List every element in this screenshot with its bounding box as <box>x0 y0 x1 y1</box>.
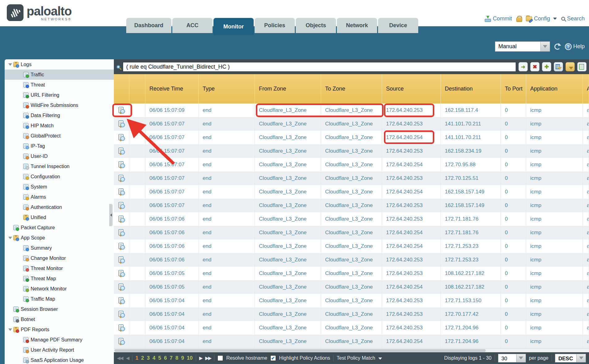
sidebar-item-session-browser[interactable]: Session Browser <box>5 304 114 314</box>
page-number-4[interactable]: 4 <box>153 355 155 361</box>
page-size-dropdown-button[interactable] <box>516 354 526 362</box>
log-detail-icon[interactable] <box>118 121 125 127</box>
apply-filter-icon[interactable]: ➜ <box>518 62 528 71</box>
sidebar-item-network-monitor[interactable]: Network Monitor <box>5 284 114 294</box>
sidebar-item-user-id[interactable]: User-ID <box>5 151 114 161</box>
table-row[interactable]: 06/06 15:07:06endCloudflare_L3_ZoneCloud… <box>114 239 589 253</box>
commit-button[interactable]: Commit <box>484 15 512 22</box>
scrollbar-thumb[interactable] <box>114 349 486 352</box>
table-row[interactable]: 06/06 15:07:05endCloudflare_L3_ZoneCloud… <box>114 280 589 294</box>
load-filter-icon[interactable] <box>565 62 575 71</box>
table-row[interactable]: 06/06 15:07:07endCloudflare_L3_ZoneCloud… <box>114 185 589 199</box>
column-header-a[interactable]: A <box>583 74 589 104</box>
export-icon[interactable] <box>577 62 587 71</box>
sidebar-item-wildfire[interactable]: WildFire Submissions <box>5 100 114 110</box>
table-row[interactable]: 06/06 15:07:04endCloudflare_L3_ZoneCloud… <box>114 335 589 348</box>
log-detail-icon[interactable] <box>118 324 125 331</box>
log-detail-icon[interactable] <box>118 243 125 250</box>
clear-filter-icon[interactable]: ✖ <box>530 62 540 71</box>
tab-monitor[interactable]: Monitor <box>213 18 254 35</box>
page-number-3[interactable]: 3 <box>147 355 150 361</box>
tree-expander-icon[interactable] <box>7 237 13 239</box>
prev-page-button[interactable]: ◀ <box>126 355 129 361</box>
sidebar-item-traffic-map[interactable]: Traffic Map <box>5 294 114 304</box>
column-header-to-port[interactable]: To Port <box>501 74 526 104</box>
log-detail-icon[interactable] <box>118 134 125 141</box>
tab-acc[interactable]: ACC <box>172 18 213 33</box>
refresh-mode-dropdown-button[interactable] <box>540 42 550 51</box>
column-header-destination[interactable]: Destination <box>441 74 501 104</box>
table-row[interactable]: 06/06 15:07:07endCloudflare_L3_ZoneCloud… <box>114 117 589 131</box>
tree-expander-icon[interactable] <box>7 328 13 331</box>
help-button[interactable]: ? Help <box>565 43 585 50</box>
sidebar-item-ip-tag[interactable]: IP-Tag <box>5 141 114 151</box>
sidebar-item-threat[interactable]: Threat <box>5 80 114 90</box>
page-number-10[interactable]: 10 <box>187 355 193 361</box>
log-detail-icon[interactable] <box>118 148 125 154</box>
log-detail-icon[interactable] <box>118 161 125 168</box>
log-detail-icon[interactable] <box>118 270 125 277</box>
table-row[interactable]: 06/06 15:07:09endCloudflare_L3_ZoneCloud… <box>114 104 589 117</box>
sidebar-item-url-filtering[interactable]: URL Filtering <box>5 90 114 100</box>
test-policy-match-button[interactable]: Test Policy Match <box>337 355 382 361</box>
page-size-select[interactable]: 30 <box>498 354 526 362</box>
sidebar-item-system[interactable]: System <box>5 182 114 192</box>
sidebar-item-user-activity-report[interactable]: User Activity Report <box>5 345 114 355</box>
log-detail-icon[interactable] <box>118 216 125 222</box>
log-detail-icon[interactable] <box>118 107 125 114</box>
sidebar-item-packet-capture[interactable]: Packet Capture <box>5 222 114 233</box>
refresh-mode-select[interactable]: Manual <box>495 41 550 52</box>
add-filter-icon[interactable]: ✚ <box>542 62 551 71</box>
page-number-9[interactable]: 9 <box>181 355 184 361</box>
table-row[interactable]: 06/06 15:07:06endCloudflare_L3_ZoneCloud… <box>114 212 589 226</box>
table-row[interactable]: 06/06 15:07:04endCloudflare_L3_ZoneCloud… <box>114 307 589 321</box>
column-header-receive-time[interactable]: Receive Time <box>145 74 199 104</box>
last-page-button[interactable]: ▶▶ <box>205 355 211 361</box>
table-row[interactable]: 06/06 15:07:07endCloudflare_L3_ZoneCloud… <box>114 144 589 158</box>
column-header-from-zone[interactable]: From Zone <box>255 74 321 104</box>
sidebar-item-authentication[interactable]: Authentication <box>5 202 114 212</box>
sidebar-item-globalprotect[interactable]: GlobalProtect <box>5 131 114 141</box>
refresh-icon[interactable] <box>554 44 561 50</box>
log-detail-icon[interactable] <box>118 311 125 318</box>
table-row[interactable]: 06/06 15:07:05endCloudflare_L3_ZoneCloud… <box>114 267 589 280</box>
tab-policies[interactable]: Policies <box>255 18 295 33</box>
column-header-to-zone[interactable]: To Zone <box>321 74 382 104</box>
page-number-2[interactable]: 2 <box>141 355 144 361</box>
log-detail-icon[interactable] <box>118 297 125 304</box>
sidebar-item-change-monitor[interactable]: Change Monitor <box>5 253 114 263</box>
sort-order-select[interactable]: DESC <box>555 354 586 362</box>
tab-objects[interactable]: Objects <box>296 18 336 33</box>
log-detail-icon[interactable] <box>118 284 125 290</box>
first-page-button[interactable]: ◀◀ <box>117 355 123 361</box>
next-page-button[interactable]: ▶ <box>199 355 202 361</box>
resolve-hostname-checkbox[interactable] <box>217 355 223 361</box>
page-number-6[interactable]: 6 <box>164 355 167 361</box>
tab-dashboard[interactable]: Dashboard <box>126 18 171 33</box>
sidebar-item-tunnel-inspection[interactable]: Tunnel Inspection <box>5 161 114 171</box>
sidebar-item-pdf-reports[interactable]: PDF Reports <box>5 324 114 335</box>
table-row[interactable]: 06/06 15:07:07endCloudflare_L3_ZoneCloud… <box>114 158 589 171</box>
table-row[interactable]: 06/06 15:07:07endCloudflare_L3_ZoneCloud… <box>114 171 589 185</box>
table-row[interactable]: 06/06 15:07:04endCloudflare_L3_ZoneCloud… <box>114 294 589 307</box>
sidebar-item-logs[interactable]: Logs <box>5 59 114 70</box>
sidebar-collapse-handle[interactable] <box>109 204 113 226</box>
sidebar-item-summary[interactable]: Summary <box>5 243 114 253</box>
table-row[interactable]: 06/06 15:07:04endCloudflare_L3_ZoneCloud… <box>114 321 589 335</box>
table-row[interactable]: 06/06 15:07:07endCloudflare_L3_ZoneCloud… <box>114 131 589 144</box>
sort-order-dropdown-button[interactable] <box>576 354 586 362</box>
log-detail-icon[interactable] <box>118 338 125 345</box>
sidebar-item-app-scope[interactable]: App Scope <box>5 233 114 243</box>
sidebar-item-botnet[interactable]: Botnet <box>5 314 114 324</box>
sidebar-item-manage-pdf-summary[interactable]: Manage PDF Summary <box>5 335 114 345</box>
tab-device[interactable]: Device <box>378 18 418 33</box>
sidebar-item-traffic[interactable]: Traffic <box>5 70 114 80</box>
table-row[interactable]: 06/06 15:07:07endCloudflare_L3_ZoneCloud… <box>114 199 589 212</box>
log-detail-icon[interactable] <box>118 202 125 209</box>
sidebar-item-alarms[interactable]: Alarms <box>5 192 114 202</box>
page-number-8[interactable]: 8 <box>175 355 178 361</box>
filter-builder-icon[interactable] <box>554 62 563 71</box>
tree-expander-icon[interactable] <box>7 63 13 66</box>
filter-query-input[interactable] <box>123 62 516 72</box>
sidebar-item-threat-map[interactable]: Threat Map <box>5 273 114 284</box>
